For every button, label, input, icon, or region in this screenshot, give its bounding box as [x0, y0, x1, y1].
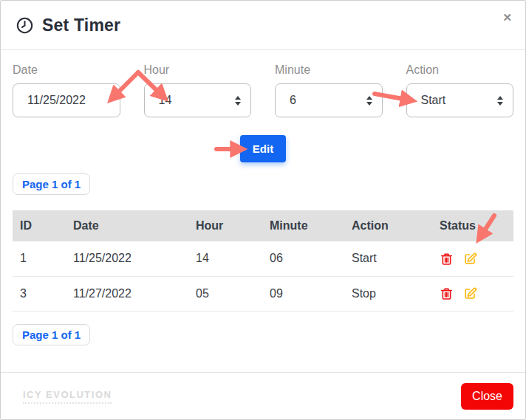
table-header-row: ID Date Hour Minute Action Status — [13, 210, 513, 241]
minute-select[interactable]: 6 — [275, 83, 383, 117]
cell-hour: 05 — [188, 276, 262, 311]
cell-id: 1 — [13, 241, 66, 276]
table-row: 1 11/25/2022 14 06 Start — [13, 241, 513, 276]
edit-button[interactable]: Edit — [240, 135, 286, 162]
close-icon[interactable]: ✕ — [502, 12, 512, 23]
cell-date: 11/27/2022 — [66, 276, 188, 311]
minute-field-group: Minute 6 — [275, 63, 383, 117]
row-actions — [440, 286, 506, 300]
hour-select-value: 14 — [159, 94, 172, 107]
trash-icon[interactable] — [440, 252, 454, 266]
action-select[interactable]: Start — [406, 83, 514, 117]
col-header-minute: Minute — [262, 210, 344, 241]
row-actions — [440, 252, 506, 266]
hour-select[interactable]: 14 — [144, 83, 252, 117]
cell-hour: 14 — [188, 241, 262, 276]
minute-select-value: 6 — [290, 94, 296, 107]
table-row: 3 11/27/2022 05 09 Stop — [13, 276, 513, 311]
timers-table: ID Date Hour Minute Action Status 1 11/2… — [13, 210, 513, 311]
edit-pencil-icon[interactable] — [463, 252, 477, 266]
cell-minute: 06 — [262, 241, 344, 276]
minute-label: Minute — [275, 63, 383, 77]
close-button[interactable]: Close — [461, 383, 513, 410]
hour-field-group: Hour 14 — [144, 63, 252, 117]
col-header-hour: Hour — [188, 210, 262, 241]
modal-footer: ICY EVOLUTION Close — [1, 372, 525, 419]
watermark-logo: ICY EVOLUTION — [23, 389, 112, 404]
edit-pencil-icon[interactable] — [463, 286, 477, 300]
updown-stepper-icon — [497, 96, 503, 106]
col-header-action: Action — [344, 210, 432, 241]
clock-icon — [16, 16, 34, 35]
timer-form: Date Hour 14 Minute 6 Action — [13, 63, 513, 117]
modal-title: Set Timer — [42, 16, 120, 35]
hour-label: Hour — [144, 63, 252, 77]
date-field-group: Date — [13, 63, 120, 117]
trash-icon[interactable] — [440, 286, 454, 300]
action-field-group: Action Start — [406, 63, 514, 117]
cell-minute: 09 — [262, 276, 344, 311]
col-header-status: Status — [432, 210, 513, 241]
date-label: Date — [13, 63, 120, 77]
cell-action: Stop — [344, 276, 432, 311]
modal-header: Set Timer ✕ — [1, 1, 525, 50]
col-header-date: Date — [66, 210, 188, 241]
cell-action: Start — [344, 241, 432, 276]
action-label: Action — [406, 63, 514, 77]
page-indicator-button-bottom[interactable]: Page 1 of 1 — [13, 324, 90, 345]
updown-stepper-icon — [366, 96, 372, 106]
pagination-bottom: Page 1 of 1 — [13, 324, 513, 345]
pagination-top: Page 1 of 1 — [13, 173, 513, 195]
edit-button-row: Edit — [13, 135, 513, 163]
col-header-id: ID — [13, 210, 66, 241]
cell-id: 3 — [13, 276, 66, 311]
modal-body: Date Hour 14 Minute 6 Action — [1, 50, 525, 345]
set-timer-modal: Set Timer ✕ Date Hour 14 Minute 6 — [0, 0, 526, 420]
updown-stepper-icon — [235, 96, 241, 106]
action-select-value: Start — [421, 94, 446, 107]
date-input[interactable] — [13, 83, 120, 117]
page-indicator-button-top[interactable]: Page 1 of 1 — [13, 173, 90, 195]
cell-date: 11/25/2022 — [66, 241, 188, 276]
